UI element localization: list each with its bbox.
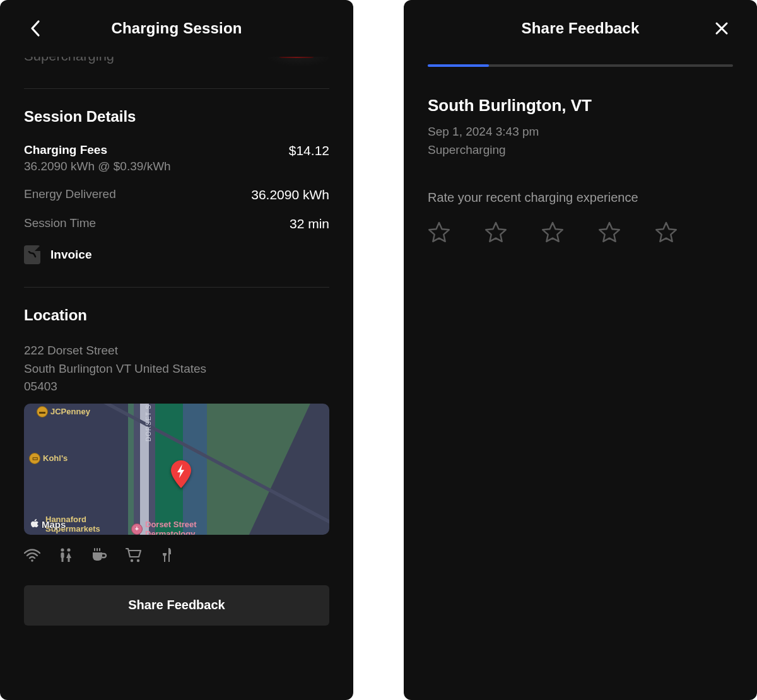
svg-point-6 [131, 559, 133, 561]
feedback-progress-fill [428, 64, 489, 67]
amenities-row [24, 547, 329, 563]
energy-value: 36.2090 kWh [251, 187, 329, 202]
location-map[interactable]: ▬JCPenney ▭Kohl's Hannaford Supermarkets… [24, 404, 329, 535]
invoice-label: Invoice [50, 248, 91, 262]
svg-point-7 [137, 559, 139, 561]
svg-point-1 [61, 548, 64, 551]
feedback-timestamp: Sep 1, 2024 3:43 pm [428, 123, 733, 141]
previous-row-peek: Supercharging [24, 57, 329, 76]
svg-rect-5 [68, 557, 70, 562]
map-street-label: DORSET ST [145, 404, 152, 441]
star-1[interactable] [428, 221, 450, 244]
wifi-icon [24, 547, 40, 563]
fees-sublabel: 36.2090 kWh @ $0.39/kWh [24, 160, 171, 173]
section-heading: Session Details [24, 108, 329, 125]
svg-point-2 [67, 548, 70, 551]
section-heading: Location [24, 306, 329, 324]
map-provider-badge: Maps [30, 519, 66, 530]
svg-point-0 [31, 559, 33, 562]
feedback-location: South Burlington, VT [428, 96, 733, 115]
divider [24, 287, 329, 288]
feedback-progress [428, 64, 733, 67]
star-5[interactable] [655, 221, 678, 244]
charging-fees-row: Charging Fees 36.2090 kWh @ $0.39/kWh $1… [24, 143, 329, 173]
coffee-icon [91, 547, 107, 563]
map-poi-jcpenney: ▬JCPenney [37, 406, 90, 417]
page-title: Charging Session [111, 20, 242, 37]
app-header: Share Feedback [428, 0, 733, 57]
address-line-3: 05403 [24, 378, 329, 396]
share-feedback-screen: Share Feedback South Burlington, VT Sep … [404, 0, 757, 700]
location-section: Location 222 Dorset Street South Burling… [24, 306, 329, 563]
pdf-icon [24, 245, 40, 264]
session-time-label: Session Time [24, 216, 96, 230]
previous-row-label: Supercharging [24, 57, 114, 64]
food-icon [160, 547, 173, 563]
chevron-left-icon [30, 20, 41, 37]
apple-icon [30, 519, 39, 529]
close-icon [715, 21, 729, 35]
star-rating [428, 221, 733, 244]
close-button[interactable] [710, 17, 733, 40]
divider [24, 88, 329, 89]
fees-value: $14.12 [289, 143, 329, 158]
restrooms-icon [58, 547, 73, 563]
star-2[interactable] [484, 221, 507, 244]
svg-rect-4 [62, 557, 64, 562]
vehicle-thumbnail [265, 57, 329, 67]
back-button[interactable] [24, 17, 47, 40]
address-line-2: South Burlington VT United States [24, 360, 329, 378]
address-line-1: 222 Dorset Street [24, 342, 329, 360]
rate-prompt: Rate your recent charging experience [428, 190, 733, 205]
feedback-subheading: Sep 1, 2024 3:43 pm Supercharging [428, 123, 733, 159]
address-block: 222 Dorset Street South Burlington VT Un… [24, 342, 329, 396]
feedback-type: Supercharging [428, 141, 733, 160]
invoice-link[interactable]: Invoice [24, 245, 329, 264]
star-3[interactable] [541, 221, 564, 244]
session-details-section: Session Details Charging Fees 36.2090 kW… [24, 108, 329, 264]
fees-label: Charging Fees [24, 143, 171, 157]
charging-session-screen: Charging Session Supercharging Session D… [0, 0, 353, 700]
shopping-cart-icon [125, 547, 143, 563]
energy-label: Energy Delivered [24, 187, 116, 201]
session-time-value: 32 min [290, 216, 329, 231]
map-poi-kohls: ▭Kohl's [29, 453, 67, 464]
share-feedback-button[interactable]: Share Feedback [24, 585, 329, 626]
session-time-row: Session Time 32 min [24, 216, 329, 231]
svg-rect-3 [61, 552, 64, 558]
app-header: Charging Session [24, 0, 329, 57]
map-charger-pin [170, 460, 192, 488]
page-title: Share Feedback [522, 20, 640, 37]
star-4[interactable] [598, 221, 621, 244]
energy-row: Energy Delivered 36.2090 kWh [24, 187, 329, 202]
map-poi-dermatology: + Dorset Street Dermatology [131, 520, 197, 535]
